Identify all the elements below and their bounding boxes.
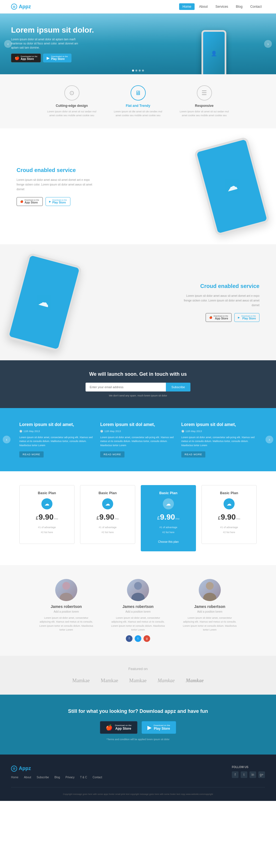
price-period-1: /mo xyxy=(54,517,58,520)
footer-nav-home[interactable]: Home xyxy=(11,776,19,779)
appstore-small-label: Downloaded on the xyxy=(21,56,37,57)
price-card-4-title: Basic Plan xyxy=(206,491,252,495)
pricing-section: Basic Plan ☁ £ 9.90 /mo #1 of advantage … xyxy=(0,471,276,565)
apple-icon: 🍎 xyxy=(20,200,23,203)
cta-appstore-button[interactable]: 🍎 Download on the App Store xyxy=(100,721,137,734)
logo: ◎ Appz xyxy=(11,4,31,10)
price-cloud-1: ☁ xyxy=(41,498,53,509)
price-amount-3: 9.90 xyxy=(160,513,175,522)
team-avatar-1 xyxy=(55,579,77,601)
blog-card-1-readmore[interactable]: READ MORE xyxy=(19,452,43,458)
footer-nav-about[interactable]: About xyxy=(24,776,31,779)
team-name-1: James robertson xyxy=(39,604,94,609)
playstore-small-label: Downloaded on the xyxy=(51,56,68,57)
footer-left: ◎ Appz Home About Subscribe Blog Privacy… xyxy=(11,766,102,779)
price-cloud-3: ☁ xyxy=(163,498,174,509)
feature-design-title: Cutting-edge design xyxy=(47,104,97,108)
blog-card-3: Lorem ipsum sit dol amet, 🕐 11th May 201… xyxy=(181,422,257,458)
footer-copyright: Copyright message goes here with some ap… xyxy=(11,793,265,796)
hero-dot-2[interactable] xyxy=(135,69,137,71)
blog-prev-button[interactable]: ‹ xyxy=(3,436,10,443)
service1-playstore-button[interactable]: ▶ Download on the Play Store xyxy=(45,197,71,206)
features-section: ⊙ Cutting-edge design Lorem ipsum dolor … xyxy=(0,74,276,128)
blog-card-2-readmore[interactable]: READ MORE xyxy=(100,452,124,458)
hero-next-button[interactable]: › xyxy=(264,40,272,48)
googleplus-button[interactable]: g xyxy=(144,635,150,642)
service2-appstore-button[interactable]: 🍎 Download on the App Store xyxy=(206,313,232,322)
footer-nav-tc[interactable]: T & C xyxy=(80,776,87,779)
price-amount-1: 9.90 xyxy=(39,513,54,522)
service1-content: Croud enabled service Lorem ipsum sit do… xyxy=(17,167,188,206)
blog-card-3-readmore[interactable]: READ MORE xyxy=(181,452,206,458)
service1-buttons: 🍎 Download on the App Store ▶ Download o… xyxy=(17,197,188,206)
twitter-button[interactable]: t xyxy=(135,635,141,642)
choose-plan-button[interactable]: Choose this plan xyxy=(153,538,184,546)
footer-linkedin-button[interactable]: in xyxy=(249,771,256,778)
hero-prev-button[interactable]: ‹ xyxy=(4,40,12,48)
facebook-button[interactable]: f xyxy=(126,635,132,642)
service1-appstore-button[interactable]: 🍎 Download on the App Store xyxy=(17,197,43,206)
cta-playstore-button[interactable]: ▶ Download on the Play Store xyxy=(142,721,176,734)
footer-googleplus-button[interactable]: g+ xyxy=(258,771,265,778)
email-input[interactable] xyxy=(86,383,166,392)
service2-buttons: 🍎 Download on the App Store ▶ Download o… xyxy=(206,313,259,322)
nav-blog[interactable]: Blog xyxy=(233,3,246,10)
footer-nav-blog[interactable]: Blog xyxy=(54,776,60,779)
hero-phone: 👤 xyxy=(202,30,226,74)
cta-note: *Terms and condition will be applied lor… xyxy=(11,738,265,741)
price-currency-1: £ xyxy=(36,516,38,521)
price-period-4: /mo xyxy=(236,517,240,520)
hero-dot-3[interactable] xyxy=(139,69,141,71)
team-text-3: Lorem ipsum sit dolor amet, consectetur … xyxy=(182,616,237,632)
hero-text: Lorem ipsum dolor sit amet dolor sit apt… xyxy=(11,37,83,50)
phone-tilted-2: ☁ xyxy=(6,253,82,352)
footer-top: ◎ Appz Home About Subscribe Blog Privacy… xyxy=(11,766,265,779)
featured-logo-2: Mamkae xyxy=(101,678,118,684)
android-icon: ▶ xyxy=(47,56,50,60)
featured-section: Featured on Mamkae Mamkae Mamkae Mamkae … xyxy=(0,656,276,694)
cta-section: Still for what you looking for? Download… xyxy=(0,694,276,754)
footer-right: FOLLOW US f t in g+ xyxy=(232,766,265,778)
apple-icon: 🍎 xyxy=(14,56,19,60)
price-features-2: #1 of advantage #2 list here xyxy=(85,525,131,535)
service2-playstore-button[interactable]: ▶ Download on the Play Store xyxy=(234,313,259,322)
price-currency-3: £ xyxy=(157,516,160,521)
price-card-1-title: Basic Plan xyxy=(24,491,70,495)
team-section: James robertson Add a position lorem Lor… xyxy=(0,565,276,656)
footer-nav-contact[interactable]: Contact xyxy=(93,776,102,779)
footer-nav-subscribe[interactable]: Subscribe xyxy=(37,776,49,779)
blog-card-2-date: 🕐 11th May 2013 xyxy=(100,430,176,433)
price-features-1: #1 of advantage #2 list here xyxy=(24,525,70,535)
hero-appstore-button[interactable]: 🍎 Downloaded on the App Store xyxy=(11,54,41,62)
subscribe-button[interactable]: Subscribe xyxy=(166,383,190,392)
footer-twitter-button[interactable]: t xyxy=(241,771,247,778)
hero-dot-1[interactable] xyxy=(132,69,134,71)
cloud-icon-2: ☁ xyxy=(37,295,51,310)
price-card-3: Basic Plan ☁ £ 9.90 /mo #1 of advantage … xyxy=(141,485,196,551)
nav-services[interactable]: Services xyxy=(212,3,232,10)
blog-card-1-text: Lorem ipsum sit dolor amet, consectetur … xyxy=(19,435,95,447)
nav-contact[interactable]: Contact xyxy=(247,3,265,10)
footer-nav-privacy[interactable]: Privacy xyxy=(65,776,74,779)
nav-about[interactable]: About xyxy=(196,3,211,10)
price-currency-4: £ xyxy=(218,516,220,521)
svg-point-3 xyxy=(131,593,145,601)
service2-phone: ☁ xyxy=(17,258,72,346)
feature-responsive: ☰ Responsive Lorem ipsum dolor sit amet … xyxy=(179,85,229,117)
hero-playstore-button[interactable]: ▶ Downloaded on the Play Store xyxy=(43,54,71,62)
phone-screen: 👤 xyxy=(203,32,225,74)
price-features-3: #1 of advantage #2 list here xyxy=(145,525,191,535)
android-icon: ▶ xyxy=(49,200,51,203)
apple-icon: 🍎 xyxy=(209,316,212,319)
android-icon-cta: ▶ xyxy=(147,724,152,731)
hero-dot-4[interactable] xyxy=(142,69,144,71)
team-member-2: James robertson Add a position lorem Lor… xyxy=(111,579,165,642)
nav-home[interactable]: Home xyxy=(179,3,194,10)
team-member-1: James robertson Add a position lorem Lor… xyxy=(39,579,94,642)
blog-next-button[interactable]: › xyxy=(266,436,273,443)
hero-buttons: 🍎 Downloaded on the App Store ▶ Download… xyxy=(11,54,265,62)
footer-facebook-button[interactable]: f xyxy=(232,771,239,778)
service2-content: Croud enabled service Lorem ipsum sit do… xyxy=(83,283,259,322)
calendar-icon-2: 🕐 xyxy=(100,430,103,433)
hero-title: Lorem ipsum sit dolor. xyxy=(11,25,265,35)
